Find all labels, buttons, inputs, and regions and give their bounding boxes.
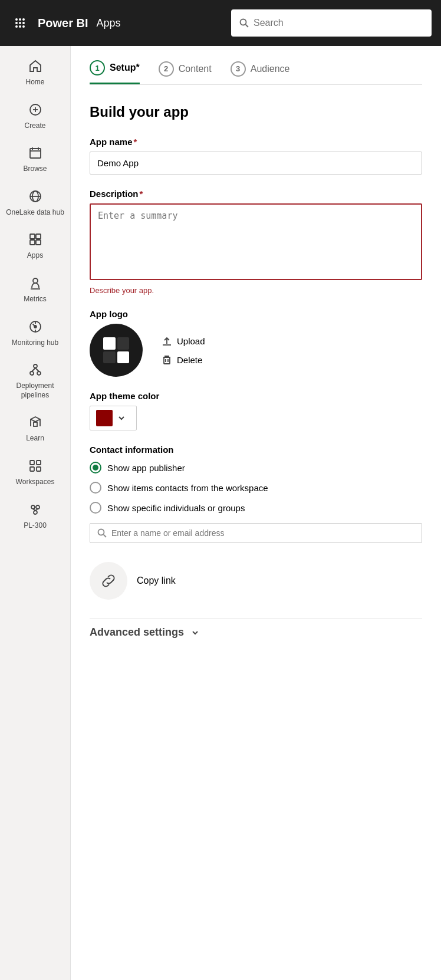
contact-field: Contact information Show app publisher S… [90,445,422,543]
app-logo-grid [103,337,129,363]
copy-link-circle[interactable] [90,562,127,600]
description-input[interactable] [90,203,422,280]
search-input[interactable] [254,18,423,28]
radio-workspace[interactable]: Show items contacts from the workspace [90,482,422,494]
step-setup[interactable]: 1 Setup* [90,60,140,84]
stepper: 1 Setup* 2 Content 3 Audience [90,60,422,85]
sidebar-item-metrics[interactable]: Metrics [0,268,70,311]
sidebar-label-pl300: PL-300 [24,521,47,531]
sidebar-label-workspaces: Workspaces [16,478,55,487]
create-icon [28,101,42,118]
sidebar-item-monitoring[interactable]: Monitoring hub [0,311,70,355]
sidebar-label-metrics: Metrics [24,295,47,304]
step-audience[interactable]: 3 Audience [231,60,290,84]
contact-radio-group: Show app publisher Show items contacts f… [90,462,422,514]
svg-rect-44 [164,357,170,364]
deployment-icon [28,361,42,378]
app-logo-label: App logo [90,309,422,319]
sidebar-label-monitoring: Monitoring hub [12,338,58,348]
copy-link-label[interactable]: Copy link [137,575,176,586]
copy-link-section: Copy link [90,562,422,600]
radio-circle-publisher [90,462,101,473]
learn-icon [28,414,42,430]
svg-point-27 [34,364,37,368]
step-number-1: 1 [90,60,105,75]
svg-point-2 [22,18,25,21]
monitoring-icon [28,318,42,335]
sidebar-label-browse: Browse [23,165,47,174]
svg-point-3 [15,22,18,24]
logo-square-2 [117,337,130,350]
advanced-settings-chevron [190,627,200,638]
upload-icon [162,336,172,346]
svg-point-4 [19,22,21,24]
app-name-label: App name* [90,137,422,147]
svg-point-8 [22,25,25,28]
contact-label: Contact information [90,445,422,455]
sidebar-label-onelake: OneLake data hub [6,208,64,218]
step-label-content: Content [179,64,212,74]
sidebar-item-onelake[interactable]: OneLake data hub [0,181,70,225]
sidebar-item-deployment[interactable]: Deployment pipelines [0,354,70,407]
svg-point-0 [15,18,18,21]
radio-circle-specific [90,502,101,514]
contact-search-input[interactable] [111,528,414,538]
sidebar-item-browse[interactable]: Browse [0,137,70,181]
svg-point-28 [30,371,34,375]
app-logo-preview [90,324,143,377]
step-content[interactable]: 2 Content [159,60,212,84]
page-title: Build your app [90,104,422,120]
svg-point-29 [37,371,41,375]
step-number-3: 3 [231,61,246,77]
radio-label-workspace: Show items contacts from the workspace [107,483,268,493]
apps-icon [28,231,42,248]
app-name-input[interactable] [90,152,422,175]
sidebar-item-create[interactable]: Create [0,94,70,138]
svg-point-9 [241,19,246,25]
theme-color-picker[interactable] [90,406,137,430]
contact-search-field[interactable] [90,523,422,543]
brand: Power BI Apps [38,17,121,30]
svg-point-1 [19,18,21,21]
topbar-section: Apps [94,17,121,29]
browse-icon [28,144,42,161]
sidebar: Home Create Browse [0,46,71,980]
svg-line-10 [246,25,249,28]
svg-point-6 [15,25,18,28]
advanced-settings[interactable]: Advanced settings [90,619,422,646]
sidebar-item-home[interactable]: Home [0,51,70,94]
radio-specific[interactable]: Show specific individuals or groups [90,502,422,514]
sidebar-item-pl300[interactable]: PL-300 [0,494,70,538]
svg-line-31 [35,368,39,371]
sidebar-item-learn[interactable]: Learn [0,407,70,450]
brand-name: Power BI [38,17,88,30]
svg-rect-18 [30,234,35,239]
svg-rect-36 [37,467,41,471]
sidebar-label-learn: Learn [26,434,44,443]
upload-button[interactable]: Upload [162,336,205,346]
logo-square-4 [117,351,130,364]
svg-line-30 [32,368,35,371]
onelake-icon [28,188,42,205]
logo-actions: Upload Delete [162,336,205,365]
svg-point-22 [33,278,38,283]
svg-rect-32 [34,422,37,426]
sidebar-item-workspaces[interactable]: Workspaces [0,450,70,494]
search-bar[interactable] [231,9,432,37]
svg-rect-35 [30,467,34,471]
svg-point-47 [98,530,104,535]
svg-point-26 [34,325,37,328]
radio-dot-publisher [93,465,98,471]
grid-menu-icon[interactable] [9,17,31,29]
contact-search-icon [97,528,107,538]
step-label-audience: Audience [251,64,290,74]
step-label-setup: Setup* [110,63,140,73]
radio-publisher[interactable]: Show app publisher [90,462,422,473]
delete-button[interactable]: Delete [162,354,205,365]
app-logo-field: App logo [90,309,422,377]
description-field: Description* Describe your app. [90,189,422,295]
logo-square-1 [103,337,116,350]
sidebar-item-apps[interactable]: Apps [0,224,70,268]
svg-line-41 [35,509,38,511]
topbar: Power BI Apps [0,0,441,46]
